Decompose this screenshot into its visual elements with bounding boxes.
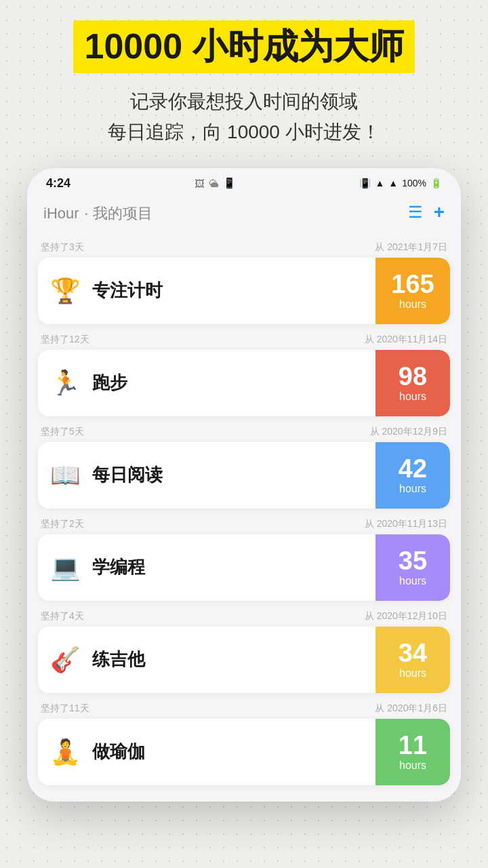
project-name-5: 做瑜伽 [92,740,375,764]
hours-label-5: hours [399,760,426,772]
project-icon-1: 🏃 [38,357,92,410]
status-left-icons: 🖼 🌥 📱 [195,177,236,189]
project-card-3[interactable]: 💻 学编程 35 hours [38,534,450,601]
project-icon-3: 💻 [38,541,92,594]
project-hours-1: 98 hours [375,350,450,416]
project-since-3: 从 2020年11月13日 [365,518,447,530]
project-card-2[interactable]: 📖 每日阅读 42 hours [38,442,450,509]
phone-icon: 📱 [223,177,236,189]
app-header: iHour · 我的项目 ☰ + [27,196,461,235]
project-section-0: 坚持了3天 从 2021年1月7日 🏆 专注计时 165 hours [38,235,450,324]
app-subtitle: · 我的项目 [84,205,152,222]
status-bar: 4:24 🖼 🌥 📱 📳 ▲ ▲ 100% 🔋 [27,168,461,196]
status-time: 4:24 [46,176,70,191]
project-name-2: 每日阅读 [92,463,375,487]
project-since-0: 从 2021年1月7日 [375,241,447,254]
project-meta-5: 坚持了11天 从 2020年1月6日 [38,696,450,719]
project-streak-4: 坚持了4天 [41,610,84,623]
project-icon-2: 📖 [38,449,92,502]
project-hours-4: 34 hours [375,627,450,693]
project-icon-0: 🏆 [38,264,92,317]
project-name-0: 专注计时 [92,279,375,302]
project-streak-5: 坚持了11天 [41,703,89,715]
project-meta-2: 坚持了5天 从 2020年12月9日 [38,419,450,442]
project-hours-3: 35 hours [375,534,450,601]
hours-number-1: 98 [399,363,427,389]
hours-number-2: 42 [399,456,427,481]
project-since-4: 从 2020年12月10日 [365,610,447,623]
project-streak-1: 坚持了12天 [41,334,89,346]
project-section-5: 坚持了11天 从 2020年1月6日 🧘 做瑜伽 11 hours [38,696,450,785]
status-icons: 📳 ▲ ▲ 100% 🔋 [359,178,442,189]
project-section-4: 坚持了4天 从 2020年12月10日 🎸 练吉他 34 hours [38,604,450,693]
hours-number-4: 34 [399,640,427,666]
project-card-4[interactable]: 🎸 练吉他 34 hours [38,627,450,693]
project-name-1: 跑步 [92,371,375,395]
hours-label-2: hours [399,483,426,495]
project-since-1: 从 2020年11月14日 [365,334,447,346]
project-card-1[interactable]: 🏃 跑步 98 hours [38,350,450,416]
hero-title: 10000 小时成为大师 [73,20,414,73]
project-name-3: 学编程 [92,555,375,579]
project-section-2: 坚持了5天 从 2020年12月9日 📖 每日阅读 42 hours [38,419,450,509]
hours-label-1: hours [399,391,426,403]
project-hours-2: 42 hours [375,442,450,509]
project-hours-5: 11 hours [375,719,450,785]
wifi-icon: ▲ [375,178,384,189]
project-since-5: 从 2020年1月6日 [375,703,447,715]
project-card-0[interactable]: 🏆 专注计时 165 hours [38,258,450,324]
vibrate-icon: 📳 [359,178,371,189]
signal-icon: ▲ [388,178,398,189]
project-card-5[interactable]: 🧘 做瑜伽 11 hours [38,719,450,785]
app-name: iHour [43,205,79,222]
project-meta-1: 坚持了12天 从 2020年11月14日 [38,327,450,350]
hours-label-3: hours [399,575,426,587]
hero-subtitle: 记录你最想投入时间的领域 每日追踪，向 10000 小时进发！ [73,87,414,148]
project-name-4: 练吉他 [92,648,375,671]
project-section-3: 坚持了2天 从 2020年11月13日 💻 学编程 35 hours [38,511,450,601]
project-streak-3: 坚持了2天 [41,518,84,530]
project-meta-3: 坚持了2天 从 2020年11月13日 [38,511,450,534]
hours-label-0: hours [399,298,426,311]
project-streak-0: 坚持了3天 [41,241,84,254]
list-view-button[interactable]: ☰ [408,203,423,222]
hours-number-5: 11 [399,732,427,758]
battery-text: 100% [402,178,426,189]
project-meta-4: 坚持了4天 从 2020年12月10日 [38,604,450,627]
project-meta-0: 坚持了3天 从 2021年1月7日 [38,235,450,258]
phone-frame: 4:24 🖼 🌥 📱 📳 ▲ ▲ 100% 🔋 iHour · 我的项目 ☰ +… [27,168,461,802]
hero-section: 10000 小时成为大师 记录你最想投入时间的领域 每日追踪，向 10000 小… [73,20,414,168]
hours-number-3: 35 [399,548,427,574]
hours-label-4: hours [399,667,426,679]
project-hours-0: 165 hours [375,258,450,324]
weather-icon: 🌥 [209,178,219,189]
header-icons: ☰ + [408,201,445,223]
battery-icon: 🔋 [430,178,442,189]
project-icon-5: 🧘 [38,726,92,778]
project-icon-4: 🎸 [38,633,92,686]
hours-number-0: 165 [391,271,434,297]
project-section-1: 坚持了12天 从 2020年11月14日 🏃 跑步 98 hours [38,327,450,416]
add-project-button[interactable]: + [434,201,445,223]
photo-icon: 🖼 [195,178,205,189]
project-list: 坚持了3天 从 2021年1月7日 🏆 专注计时 165 hours 坚持了12… [27,235,461,802]
project-streak-2: 坚持了5天 [41,426,84,438]
app-title: iHour · 我的项目 [43,201,152,224]
project-since-2: 从 2020年12月9日 [370,426,447,438]
